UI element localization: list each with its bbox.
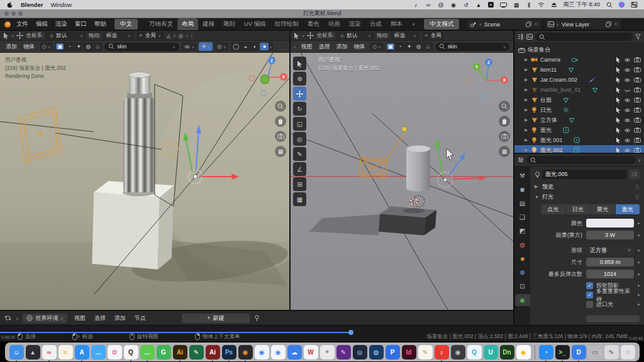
dock-icon-duck-app[interactable]: D (572, 345, 586, 359)
hide-viewport-toggle-icon[interactable] (624, 108, 631, 112)
editor-type-icon[interactable] (4, 315, 11, 321)
animate-dot[interactable] (638, 304, 640, 305)
topbar-menu-item[interactable]: 帮助 (91, 19, 110, 30)
checkbox[interactable] (586, 301, 593, 308)
workspace-tab[interactable]: 布局 (177, 18, 198, 30)
field-value-control[interactable]: 0.859 m (586, 258, 634, 266)
overlay-toggle[interactable]: ◎∨ (214, 42, 228, 51)
light-type-button[interactable]: 点光 (541, 204, 566, 214)
filter-world-icon[interactable]: ◍ (415, 43, 423, 50)
dock-icon-illustrator-red[interactable]: Ai (206, 345, 220, 359)
field-value-control[interactable]: 1024 (586, 270, 634, 278)
dock-icon-trash[interactable]: ♲ (621, 345, 635, 359)
outliner-search[interactable] (535, 33, 633, 41)
animate-dot[interactable] (638, 294, 640, 296)
viewport-left-canvas[interactable]: Z X 用户透视 (229) 场景集合 | 面光.002 Rendering D… (0, 53, 289, 310)
selectable-toggle-icon[interactable] (616, 57, 621, 63)
disclosure-icon[interactable]: ▶ (525, 148, 529, 153)
ortho-grid-icon[interactable]: ▦ (499, 146, 510, 157)
dock-icon-window-preview[interactable]: ▭ (588, 345, 602, 359)
properties-tab[interactable]: ❏ (515, 211, 530, 223)
outliner-object-row[interactable]: ▶ 面光.001 (514, 135, 644, 145)
datablock-name-field[interactable]: 面光.005 (542, 170, 627, 179)
field-value-control[interactable]: 3 W (586, 231, 634, 239)
disclosure-icon[interactable]: ▶ (525, 57, 529, 62)
copy-icon[interactable] (606, 21, 611, 27)
selectable-toggle-icon[interactable] (616, 127, 621, 133)
drag-dots-icon[interactable]: ⣿ (635, 184, 640, 190)
outliner-object-row[interactable]: ▶ 台面 (514, 95, 644, 105)
outliner-object-row[interactable]: ▶ 立方体 (514, 115, 644, 125)
search-icon[interactable] (606, 1, 613, 8)
hide-render-toggle-icon[interactable] (634, 107, 641, 112)
gizmo-toggle[interactable]: ✥∨ (199, 42, 213, 51)
add-workspace-button[interactable]: + (408, 19, 420, 30)
selectable-toggle-icon[interactable] (616, 67, 621, 73)
menubar-status-icon[interactable]: ∞ (425, 1, 431, 8)
menubar-status-icon[interactable] (550, 1, 557, 8)
hide-viewport-toggle-icon[interactable] (624, 88, 631, 92)
light-datablock-icon[interactable] (535, 172, 540, 178)
drag-dots-icon[interactable]: ⣿ (635, 194, 640, 200)
tool-button[interactable]: ↻ (293, 102, 306, 116)
outliner-object-row[interactable]: ▶ 面光.002 (514, 145, 644, 153)
hide-viewport-toggle-icon[interactable] (624, 118, 631, 123)
view-layer-selector[interactable]: ∨ View Layer ✕ (545, 19, 621, 29)
selectable-toggle-icon[interactable] (616, 97, 621, 103)
apple-menu-icon[interactable] (6, 1, 13, 8)
properties-tab[interactable]: ◍ (515, 239, 530, 251)
header-collapse-icon[interactable]: ∨ (293, 45, 296, 49)
copy-icon[interactable] (526, 21, 531, 27)
dock-icon-gauge-app[interactable]: ◉ (451, 345, 465, 359)
hide-viewport-toggle-icon[interactable] (624, 98, 631, 102)
dock-icon-green-g-app[interactable]: G (157, 345, 171, 359)
dock-icon-rocket-app[interactable]: ▲ (26, 345, 40, 359)
zoom-icon[interactable] (499, 101, 510, 112)
tool-button[interactable]: ◎ (293, 132, 306, 146)
disclosure-icon[interactable]: ▶ (525, 97, 529, 102)
orientation-dropdown[interactable]: ⊹默认∨ (46, 32, 86, 40)
menubar-status-icon[interactable]: ♪ (412, 1, 419, 8)
editor-type-icon[interactable] (518, 34, 524, 40)
selectable-toggle-icon[interactable] (616, 137, 621, 143)
dock-icon-p-app[interactable]: P (386, 345, 400, 359)
properties-tab[interactable]: ⊡ (515, 280, 530, 292)
workspace-tab[interactable]: 脚本 (386, 18, 407, 30)
dock-icon-screenshot-preview[interactable]: ✎ (604, 345, 619, 359)
options-dropdown-icon[interactable]: ∨ (638, 158, 641, 162)
filter-mesh-icon[interactable]: ▣ (56, 43, 64, 50)
panel-header-row[interactable]: ▼ 灯光 ⣿ (535, 192, 640, 201)
properties-tab[interactable]: ◩ (515, 225, 530, 237)
viewport-menu-item[interactable]: 选择 (315, 41, 333, 52)
filter-sphere-icon[interactable]: ◔ (396, 43, 404, 50)
menubar-clock[interactable]: 周三 下午 8:40 (563, 1, 600, 9)
hide-render-toggle-icon[interactable] (634, 87, 641, 92)
show-visibility-dropdown[interactable]: ∨ (181, 42, 197, 51)
dock-icon-indesign[interactable]: Id (402, 345, 416, 359)
dock-icon-cloud-app[interactable]: ☁ (287, 345, 302, 359)
tool-button[interactable]: ⊕ (293, 72, 306, 85)
viewport-search-input[interactable] (448, 43, 501, 50)
filter-icon[interactable] (635, 34, 641, 40)
viewport-menu-item[interactable]: 视图 (297, 41, 315, 52)
pan-hand-icon[interactable] (275, 116, 286, 127)
dock-icon-memo-app[interactable]: ✎ (418, 345, 433, 359)
dock-icon-sign-app[interactable]: ⌖ (320, 345, 335, 359)
orientation-dropdown[interactable]: ⊹默认∨ (336, 32, 374, 40)
menubar-window-menu[interactable]: Window (50, 1, 72, 8)
viewport-search-input[interactable] (117, 43, 170, 50)
dock-icon-notes[interactable]: ≡ (58, 345, 73, 359)
tool-preset-icon[interactable] (294, 32, 299, 39)
outliner-object-row[interactable]: ▶ 面光 (514, 125, 644, 135)
animate-dot[interactable] (638, 234, 640, 236)
dock-icon-qq[interactable]: Q (124, 345, 138, 359)
zoom-icon[interactable] (275, 101, 286, 112)
dock-icon-messages[interactable]: … (91, 345, 106, 359)
menubar-status-icon[interactable]: @ (437, 1, 444, 8)
selectable-toggle-icon[interactable] (616, 77, 621, 83)
close-icon[interactable]: ✕ (534, 21, 538, 27)
disclosure-icon[interactable]: ▶ (525, 138, 529, 143)
workspace-tab[interactable]: 纹理绘制 (270, 18, 303, 30)
light-type-button[interactable]: 聚光 (591, 204, 616, 214)
shading-material-button[interactable]: ◐ (250, 43, 259, 50)
